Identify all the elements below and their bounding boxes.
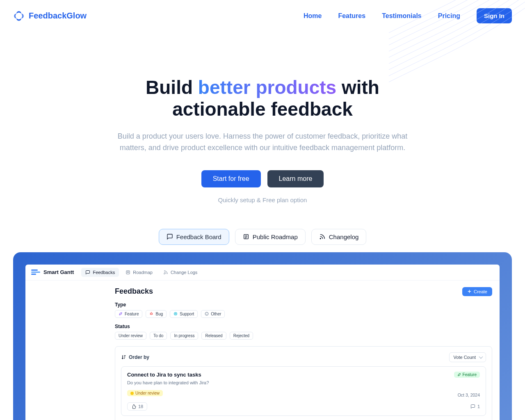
thumbs-up-icon	[131, 404, 136, 409]
hero-heading-highlight: better products	[198, 77, 336, 98]
tab-public-roadmap-label: Public Roadmap	[253, 233, 298, 240]
rss-icon	[163, 270, 168, 275]
list-icon	[243, 233, 249, 240]
status-badge-label: Under review	[135, 391, 160, 395]
message-icon	[470, 404, 475, 409]
feedback-panel: Order by Vote Count Connect to Jira to s…	[115, 346, 492, 420]
feedback-card-desc: Do you have plan to integrated with Jira…	[127, 380, 209, 385]
primary-nav: Home Features Testimonials Pricing Sign …	[304, 8, 512, 23]
status-chip-in-progress[interactable]: In progress	[170, 332, 198, 340]
nav-home[interactable]: Home	[304, 12, 322, 20]
app-product[interactable]: Smart Gantt	[31, 269, 74, 275]
svg-point-8	[164, 273, 165, 274]
app-nav-feedbacks[interactable]: Feedbacks	[81, 268, 119, 277]
sort-icon	[121, 354, 126, 360]
brand-name: FeedbackGlow	[29, 11, 87, 21]
tab-feedback-board-label: Feedback Board	[176, 233, 221, 240]
type-chip-feature-label: Feature	[125, 312, 139, 316]
type-filter-label: Type	[115, 302, 492, 308]
svg-point-18	[175, 313, 176, 315]
type-chip-bug[interactable]: Bug	[146, 310, 167, 318]
rocket-icon	[457, 373, 461, 377]
feedback-card-date: Oct 3, 2024	[458, 393, 480, 397]
order-by-value: Vote Count	[454, 355, 476, 360]
app-nav-changelogs-label: Change Logs	[171, 270, 197, 275]
hero-heading-pre: Build	[146, 77, 198, 98]
app-nav-feedbacks-label: Feedbacks	[93, 270, 115, 275]
comment-count-value: 1	[477, 404, 480, 409]
svg-line-16	[153, 314, 153, 315]
type-chip-other-label: Other	[211, 312, 221, 316]
hero-tagline: Quickly setup & Free plan option	[13, 196, 512, 203]
svg-line-15	[150, 314, 151, 315]
svg-line-13	[150, 313, 151, 313]
rss-icon	[319, 233, 326, 240]
status-chip-rejected[interactable]: Rejected	[230, 332, 253, 340]
create-button[interactable]: Create	[462, 287, 492, 296]
create-button-label: Create	[474, 289, 487, 294]
type-chip-support-label: Support	[180, 312, 194, 316]
brand[interactable]: FeedbackGlow	[13, 10, 87, 22]
order-by-label: Order by	[129, 354, 149, 360]
feature-badge: Feature	[454, 372, 480, 378]
tab-feedback-board[interactable]: Feedback Board	[159, 229, 229, 245]
svg-line-14	[153, 313, 153, 313]
hero-heading: Build better products with actionable fe…	[103, 77, 422, 120]
vote-count-value: 18	[138, 404, 143, 409]
message-square-icon	[167, 233, 173, 240]
feature-badge-label: Feature	[463, 372, 477, 377]
signin-button[interactable]: Sign In	[477, 8, 512, 23]
app-product-name: Smart Gantt	[43, 269, 74, 275]
app-sidebar	[25, 281, 107, 420]
status-chip-todo[interactable]: To do	[150, 332, 167, 340]
status-filter-label: Status	[115, 324, 492, 329]
plus-icon	[467, 289, 472, 294]
app-nav-roadmap-label: Roadmap	[133, 270, 153, 275]
site-header: FeedbackGlow Home Features Testimonials …	[13, 0, 512, 32]
type-chip-other[interactable]: Other	[201, 310, 225, 318]
nav-pricing[interactable]: Pricing	[438, 12, 460, 20]
app-page-title: Feedbacks	[115, 287, 153, 296]
tab-changelog-label: Changelog	[329, 233, 359, 240]
type-chip-feature[interactable]: Feature	[115, 310, 142, 318]
rocket-icon	[119, 312, 123, 316]
start-free-button[interactable]: Start for free	[201, 170, 261, 187]
app-product-logo-icon	[31, 269, 40, 275]
comment-count[interactable]: 1	[470, 404, 480, 409]
nav-testimonials[interactable]: Testimonials	[382, 12, 422, 20]
status-chip-todo-label: To do	[153, 333, 163, 338]
app-nav-roadmap[interactable]: Roadmap	[121, 268, 157, 277]
status-chip-released[interactable]: Released	[201, 332, 226, 340]
app-nav-changelogs[interactable]: Change Logs	[159, 268, 201, 277]
hero: Build better products with actionable fe…	[13, 32, 512, 420]
list-icon	[126, 270, 130, 275]
vote-count[interactable]: 18	[127, 402, 147, 411]
nav-features[interactable]: Features	[338, 12, 365, 20]
type-chip-support[interactable]: Support	[170, 310, 198, 318]
lifebuoy-icon	[173, 312, 178, 316]
preview-tabs: Feedback Board Public Roadmap Changelog	[13, 229, 512, 245]
app-preview-frame: Smart Gantt Feedbacks Roadmap	[13, 252, 512, 420]
tab-public-roadmap[interactable]: Public Roadmap	[235, 229, 306, 245]
order-by-select[interactable]: Vote Count	[449, 352, 486, 362]
status-chip-under-review[interactable]: Under review	[115, 332, 146, 340]
feedback-card-title: Connect to Jira to sync tasks	[127, 372, 209, 378]
svg-point-4	[320, 238, 321, 239]
type-chip-bug-label: Bug	[155, 312, 163, 316]
bug-icon	[149, 312, 153, 316]
brand-logo-icon	[13, 10, 25, 22]
svg-point-11	[151, 313, 152, 315]
tab-changelog[interactable]: Changelog	[311, 229, 367, 245]
app-main: Feedbacks Create Type Feature	[107, 281, 500, 420]
status-chip-released-label: Released	[205, 333, 222, 338]
feedback-card[interactable]: Connect to Jira to sync tasks Do you hav…	[121, 366, 486, 416]
app-preview: Smart Gantt Feedbacks Roadmap	[25, 265, 500, 420]
info-icon	[205, 312, 209, 316]
svg-point-17	[174, 313, 177, 315]
learn-more-button[interactable]: Learn more	[267, 170, 324, 187]
status-chip-in-progress-label: In progress	[174, 333, 194, 338]
hero-subtext: Build a product your users love. Harness…	[111, 131, 414, 154]
app-topbar: Smart Gantt Feedbacks Roadmap	[25, 265, 500, 281]
status-chip-rejected-label: Rejected	[233, 333, 249, 338]
status-badge: Under review	[127, 390, 163, 396]
